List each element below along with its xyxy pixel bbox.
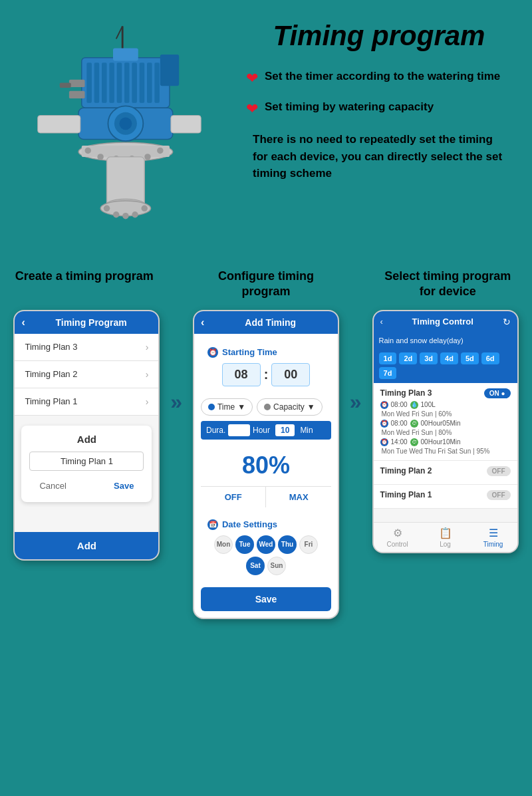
duration-value <box>228 424 250 436</box>
phone2-save-button[interactable]: Save <box>201 587 331 611</box>
page-title: Timing program <box>246 20 512 52</box>
time-mode-btn[interactable]: Time ▼ <box>201 398 253 416</box>
time-display: 08 : 00 <box>207 363 325 386</box>
back-arrow-2[interactable]: ‹ <box>201 317 204 329</box>
dialog-input[interactable]: Timing Plan 1 <box>29 452 144 471</box>
plan3-schedule-1: ⏰ 08:00 💧 100L <box>380 401 511 409</box>
schedule-1-time: 08:00 <box>391 401 408 408</box>
delay-7d[interactable]: 7d <box>379 367 397 379</box>
mode-row: Time ▼ Capacity ▼ <box>201 398 331 416</box>
percent-display: 80% <box>201 445 331 486</box>
plan3-schedule-2: ⏰ 08:00 ⏱ 00Hour05Min <box>380 420 511 428</box>
log-icon: 📋 <box>439 527 452 539</box>
plan3-toggle[interactable]: ON ● <box>484 388 511 398</box>
cap-icon-2: ⏱ <box>410 420 418 428</box>
day-tue[interactable]: Tue <box>235 535 254 554</box>
svg-point-36 <box>113 211 119 217</box>
list-item-plan1[interactable]: Timing Plan 1 › <box>15 388 158 416</box>
phone-1-title: Timing Program <box>31 317 152 328</box>
top-section: Timing program ❤ Set the timer according… <box>0 0 532 262</box>
heart-icon-2: ❤ <box>246 100 258 118</box>
dialog-title: Add <box>29 434 144 445</box>
capacity-mode-btn[interactable]: Capacity ▼ <box>257 398 323 416</box>
duration-label: Dura. <box>206 426 225 435</box>
step-label-2: Configure timing program <box>195 269 336 300</box>
day-sun[interactable]: Sun <box>267 557 286 575</box>
step-label-3: Select timing program for device <box>377 269 519 300</box>
save-button[interactable]: Save <box>104 477 144 494</box>
footer-tab-log[interactable]: 📋 Log <box>422 527 469 548</box>
chevron-plan2: › <box>146 369 149 380</box>
max-button[interactable]: MAX <box>266 487 331 507</box>
footer-tab-timing[interactable]: ☰ Timing <box>469 527 517 548</box>
refresh-icon[interactable]: ↻ <box>503 317 511 327</box>
svg-point-28 <box>157 148 163 154</box>
plan2-header-row: Timing Plan 2 OFF <box>380 466 511 476</box>
phones-row: ‹ Timing Program Timing Plan 3 › Timing … <box>7 310 525 619</box>
step-label-1: Create a timing program <box>15 269 154 284</box>
cancel-button[interactable]: Cancel <box>29 477 76 494</box>
rain-delay-label: Rain and snow delay(day) <box>374 332 517 348</box>
svg-rect-12 <box>154 63 160 102</box>
phone3-footer: ⚙ Control 📋 Log ☰ Timing <box>374 522 517 552</box>
svg-rect-9 <box>132 63 137 102</box>
plan2-name: Timing Plan 2 <box>380 466 432 475</box>
day-mon[interactable]: Mon <box>214 535 233 554</box>
list-item-plan2[interactable]: Timing Plan 2 › <box>15 361 158 388</box>
svg-point-38 <box>132 211 138 217</box>
day-thu[interactable]: Thu <box>278 535 297 554</box>
delay-1d[interactable]: 1d <box>379 352 397 364</box>
plan2-item: Timing Plan 2 OFF <box>374 461 517 485</box>
hour-box[interactable]: 08 <box>222 363 261 386</box>
feature-item-2: ❤ Set timing by watering capacity <box>246 99 512 118</box>
phone-1-body: Timing Plan 3 › Timing Plan 2 › Timing P… <box>15 334 158 532</box>
delay-6d[interactable]: 6d <box>481 352 499 364</box>
device-image-container <box>13 20 239 249</box>
back-arrow-1[interactable]: ‹ <box>21 317 25 329</box>
delay-5d[interactable]: 5d <box>461 352 479 364</box>
svg-rect-5 <box>102 63 107 102</box>
minute-box[interactable]: 00 <box>271 363 310 386</box>
svg-rect-16 <box>60 82 71 88</box>
svg-point-23 <box>85 148 91 154</box>
svg-rect-19 <box>38 116 80 133</box>
svg-rect-6 <box>109 63 114 102</box>
feature-list: ❤ Set the timer according to the waterin… <box>246 68 512 118</box>
phone-1-footer-add[interactable]: Add <box>15 532 158 559</box>
feature-text-2: Set timing by watering capacity <box>265 99 434 115</box>
day-wed[interactable]: Wed <box>257 535 275 554</box>
clock-section-icon: ⏰ <box>207 347 218 358</box>
svg-rect-3 <box>86 63 92 102</box>
footer-tab-control[interactable]: ⚙ Control <box>374 527 422 548</box>
delay-2d[interactable]: 2d <box>399 352 417 364</box>
plan3-name: Timing Plan 3 <box>380 388 432 398</box>
svg-rect-8 <box>124 63 130 102</box>
hour-label: Hour <box>253 426 270 435</box>
day-fri[interactable]: Fri <box>299 535 318 554</box>
phone-2-body: ⏰ Starting Time 08 : 00 Time ▼ <box>194 334 338 618</box>
date-section-icon: 📅 <box>207 519 218 530</box>
days-row: Mon Tue Wed Thu Fri Sat Sun <box>207 535 325 575</box>
mode-time-label: Time <box>217 402 235 412</box>
svg-point-37 <box>122 213 128 219</box>
starting-time-section: ⏰ Starting Time 08 : 00 <box>201 340 331 393</box>
chevron-plan3: › <box>146 342 149 352</box>
step-col-2: Configure timing program <box>195 269 336 300</box>
day-sat[interactable]: Sat <box>246 557 265 575</box>
delay-days-row: 1d 2d 3d 4d 5d 6d 7d <box>374 348 517 383</box>
date-settings-header: 📅 Date Settings <box>207 519 325 530</box>
list-item-plan3[interactable]: Timing Plan 3 › <box>15 334 158 361</box>
plan1-label: Timing Plan 1 <box>25 396 77 406</box>
duration-min-value: 10 <box>275 424 295 436</box>
delay-3d[interactable]: 3d <box>420 352 438 364</box>
double-arrow-2: » <box>350 390 362 414</box>
off-button[interactable]: OFF <box>201 487 267 507</box>
plan1-item: Timing Plan 1 OFF <box>374 485 517 509</box>
right-content: Timing program ❤ Set the timer according… <box>239 20 512 182</box>
plan3-label: Timing Plan 3 <box>25 342 77 352</box>
plan2-toggle[interactable]: OFF <box>487 466 511 476</box>
delay-4d[interactable]: 4d <box>440 352 458 364</box>
phone-3-title: Timing Control <box>383 317 503 327</box>
plan1-toggle[interactable]: OFF <box>487 490 511 500</box>
schedule-3-cap: 00Hour10Min <box>421 438 461 446</box>
